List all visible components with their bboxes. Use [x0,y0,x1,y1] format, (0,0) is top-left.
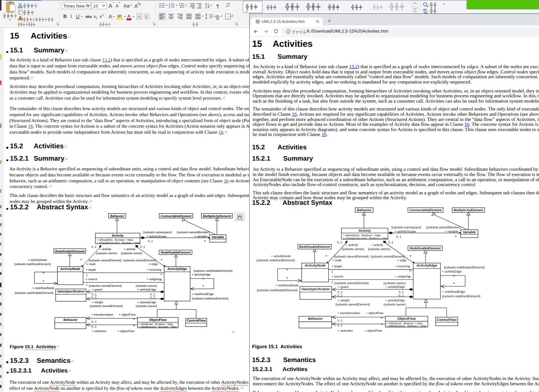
svg-text:╬: ╬ [145,15,148,19]
svg-text:╬╫╪┼╬╫╪: ╬╫╪┼╬╫╪ [17,22,36,27]
svg-text:A: A [109,13,112,19]
svg-text:A: A [127,13,131,19]
svg-text:╬╫╪: ╬╫╪ [306,3,321,10]
svg-text:╬╫: ╬╫ [192,22,199,27]
svg-text:A: A [109,3,112,9]
svg-text:B: B [63,13,67,19]
svg-text:╬╫╪┼: ╬╫╪┼ [3,13,18,19]
svg-text:╬╫: ╬╫ [429,2,437,8]
svg-text:╬╫╪: ╬╫╪ [245,4,258,10]
svg-text:╬╫╪: ╬╫╪ [372,4,383,10]
svg-text:╬╫╪: ╬╫╪ [266,4,277,10]
svg-text:U: U [76,13,79,19]
svg-text:10: 10 [93,4,98,9]
svg-text:╬╫╪: ╬╫╪ [23,10,34,15]
svg-text:╬╫╪┼: ╬╫╪┼ [99,22,111,27]
svg-text:abc: abc [85,15,92,19]
svg-text:╬╫╪: ╬╫╪ [328,4,340,10]
svg-text:A: A [138,15,141,19]
svg-text:Times New R: Times New R [63,4,89,9]
svg-text:2: 2 [102,13,104,17]
svg-text:╬╫╪┼: ╬╫╪┼ [23,3,38,9]
svg-text:I: I [70,13,72,19]
svg-text:╬╫╪: ╬╫╪ [351,4,363,10]
svg-text:2: 2 [96,16,98,20]
svg-text:Aa: Aa [124,3,130,9]
svg-text:ab: ab [117,14,122,18]
svg-text:¶: ¶ [216,3,219,9]
svg-text:╬╫: ╬╫ [429,8,437,14]
svg-text:A: A [116,3,119,9]
svg-text:╬╫╪: ╬╫╪ [285,3,300,10]
svg-text:╬╫╪┼╬╫╪┼╬╫: ╬╫╪┼╬╫╪┼╬╫ [23,17,54,22]
svg-text:╬╫╪: ╬╫╪ [389,3,405,11]
svg-text:Z: Z [205,6,207,9]
